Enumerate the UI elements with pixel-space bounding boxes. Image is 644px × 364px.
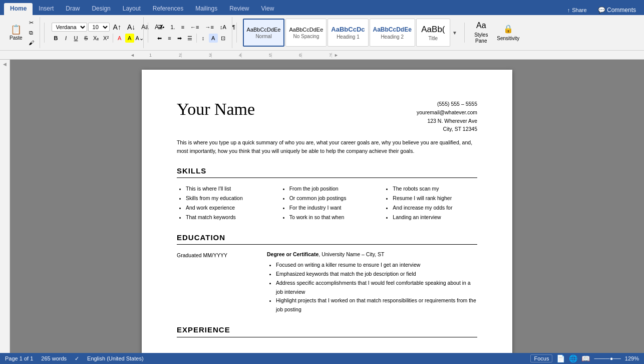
borders-button[interactable]: ⊡ — [219, 34, 228, 43]
styles-pane-icon: Aa — [476, 21, 486, 30]
group-separator-4 — [464, 23, 465, 43]
experience-heading: EXPERIENCE — [177, 324, 477, 337]
tab-references[interactable]: References — [147, 3, 189, 15]
document-header: Your Name (555) 555 – 5555 youremail@wha… — [177, 100, 477, 133]
ribbon-toolbar: 📋 Paste ✂ ⧉ 🖌 Verdana 10 A↑ — [0, 15, 644, 51]
skill-item: Resume I will rank higher — [393, 194, 477, 203]
align-left-button[interactable]: ⬅ — [155, 34, 164, 43]
font-family-select[interactable]: Verdana — [52, 23, 87, 32]
font-shrink-button[interactable]: A↓ — [125, 23, 138, 32]
numbering-button[interactable]: 1. — [168, 23, 177, 32]
spelling-check-icon[interactable]: ✓ — [75, 355, 79, 362]
shading-button[interactable]: A — [209, 34, 218, 43]
paragraph-group: ☰• 1. ≡ ←≡ →≡ ↕A ¶ ⬅ ≡ ➡ ☰ ↕ A ⊡ — [152, 17, 232, 48]
font-color-button[interactable]: A — [115, 34, 124, 43]
tab-review[interactable]: Review — [223, 3, 255, 15]
skill-item: Skills from my education — [186, 194, 270, 203]
bullets-button[interactable]: ☰• — [155, 23, 167, 32]
italic-button[interactable]: I — [62, 34, 71, 43]
bold-button[interactable]: B — [52, 34, 61, 43]
comments-button[interactable]: 💬 Comments — [598, 7, 636, 14]
tab-layout[interactable]: Layout — [117, 3, 147, 15]
tab-insert[interactable]: Insert — [33, 3, 60, 15]
skill-item: This is where I'll list — [186, 184, 270, 194]
group-separator-3 — [236, 23, 237, 43]
education-bullet: Highlight projects that I worked on that… — [276, 296, 477, 314]
subscript-button[interactable]: X₂ — [92, 34, 101, 43]
tab-view[interactable]: View — [255, 3, 280, 15]
language[interactable]: English (United States) — [87, 355, 144, 361]
education-date: Graduated MM/YYYY — [177, 251, 257, 314]
cut-icon: ✂ — [29, 20, 34, 26]
styles-gallery: AaBbCcDdEe Normal AaBbCcDdEe No Spacing … — [241, 17, 460, 48]
contact-email: youremail@whatever.com — [417, 108, 477, 117]
fmt-separator — [113, 34, 113, 43]
decrease-indent-button[interactable]: ←≡ — [188, 23, 201, 32]
zoom-level[interactable]: 129% — [625, 355, 639, 361]
tab-design[interactable]: Design — [86, 3, 116, 15]
skills-heading: SKILLS — [177, 165, 477, 178]
cut-button[interactable]: ✂ — [26, 18, 37, 27]
highlight-button[interactable]: A — [125, 34, 134, 43]
style-heading1-preview: AaBbCcDc — [331, 26, 365, 33]
style-no-spacing[interactable]: AaBbCcDdEe No Spacing — [285, 19, 327, 47]
line-spacing-button[interactable]: ↕ — [199, 34, 208, 43]
text-effects-button[interactable]: A⌄ — [135, 34, 144, 43]
para-separator — [196, 34, 197, 43]
education-bullet: Focused on writing a killer resume to en… — [276, 261, 477, 270]
font-size-select[interactable]: 10 — [88, 23, 110, 32]
word-count: 265 words — [41, 355, 67, 361]
zoom-slider[interactable]: ────●── — [594, 355, 620, 361]
contact-city: City, ST 12345 — [417, 125, 477, 133]
style-heading1[interactable]: AaBbCcDc Heading 1 — [328, 19, 368, 47]
skills-col-1: This is where I'll list Skills from my e… — [177, 184, 270, 222]
ribbon-tabs: Home Insert Draw Design Layout Reference… — [0, 0, 644, 15]
status-bar-left: Page 1 of 1 265 words ✓ English (United … — [5, 355, 144, 362]
tab-draw[interactable]: Draw — [60, 3, 86, 15]
skill-item: The robots scan my — [393, 184, 477, 194]
skills-col-2: From the job position Or common job post… — [280, 184, 374, 222]
document-page: Your Name (555) 555 – 5555 youremail@wha… — [142, 70, 512, 353]
share-button[interactable]: ↑ Share — [562, 5, 592, 15]
education-heading: EDUCATION — [177, 232, 477, 245]
paste-button[interactable]: 📋 Paste — [7, 20, 25, 45]
skill-item: To work in so that when — [289, 213, 374, 222]
contact-address: 123 N. Wherever Ave — [417, 117, 477, 125]
increase-indent-button[interactable]: →≡ — [202, 23, 216, 32]
resume-name: Your Name — [177, 100, 255, 118]
education-details: Degree or Certificate, University Name –… — [267, 251, 477, 314]
style-heading2[interactable]: AaBbCcDdEe Heading 2 — [370, 19, 415, 47]
view-mode-web[interactable]: 🌐 — [569, 354, 577, 362]
education-bullet: Emphasized keywords that match the job d… — [276, 270, 477, 279]
focus-button[interactable]: Focus — [530, 354, 552, 362]
sensitivity-icon: 🔒 — [503, 24, 513, 34]
style-normal[interactable]: AaBbCcDdEe Normal — [243, 19, 285, 47]
styles-expand-arrow[interactable]: ▼ — [451, 29, 458, 37]
align-right-button[interactable]: ➡ — [175, 34, 184, 43]
view-mode-read[interactable]: 📖 — [581, 354, 590, 362]
page-info: Page 1 of 1 — [5, 355, 33, 361]
styles-pane-button[interactable]: Aa Styles Pane — [469, 17, 494, 48]
tab-mailings[interactable]: Mailings — [189, 3, 223, 15]
resume-summary: This is where you type up a quick summar… — [177, 138, 477, 155]
sort-button[interactable]: ↕A — [217, 23, 229, 32]
copy-button[interactable]: ⧉ — [26, 28, 37, 37]
copy-icon: ⧉ — [29, 30, 33, 36]
paste-icon: 📋 — [11, 25, 22, 34]
justify-button[interactable]: ☰ — [185, 34, 194, 43]
strikethrough-button[interactable]: S — [82, 34, 91, 43]
align-center-button[interactable]: ≡ — [165, 34, 174, 43]
underline-button[interactable]: U — [72, 34, 81, 43]
style-title[interactable]: AaBb( Title — [416, 19, 450, 47]
multilevel-list-button[interactable]: ≡ — [179, 23, 187, 32]
view-mode-print[interactable]: 📄 — [556, 354, 565, 362]
document-scroll[interactable]: Your Name (555) 555 – 5555 youremail@wha… — [10, 60, 644, 353]
tab-home[interactable]: Home — [4, 3, 33, 15]
format-painter-button[interactable]: 🖌 — [26, 38, 37, 47]
superscript-button[interactable]: X² — [102, 34, 111, 43]
font-grow-button[interactable]: A↑ — [111, 23, 124, 32]
change-case-button[interactable]: Aa — [139, 23, 151, 32]
contact-phone: (555) 555 – 5555 — [417, 100, 477, 108]
content-area: ◀ Your Name (555) 555 – 5555 youremail@w… — [0, 60, 644, 353]
sensitivity-button[interactable]: 🔒 Sensitivity — [496, 17, 521, 48]
